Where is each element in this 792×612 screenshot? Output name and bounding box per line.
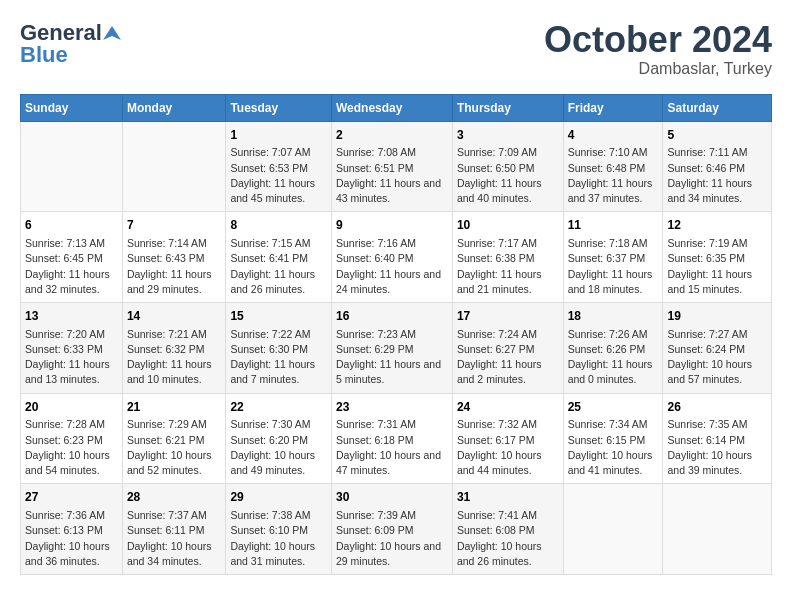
day-info: Sunrise: 7:09 AM Sunset: 6:50 PM Dayligh… xyxy=(457,145,559,206)
day-number: 1 xyxy=(230,127,327,144)
calendar-cell: 11Sunrise: 7:18 AM Sunset: 6:37 PM Dayli… xyxy=(563,212,663,303)
calendar-cell: 13Sunrise: 7:20 AM Sunset: 6:33 PM Dayli… xyxy=(21,302,123,393)
day-info: Sunrise: 7:20 AM Sunset: 6:33 PM Dayligh… xyxy=(25,327,118,388)
calendar-cell: 30Sunrise: 7:39 AM Sunset: 6:09 PM Dayli… xyxy=(331,484,452,575)
calendar-cell: 21Sunrise: 7:29 AM Sunset: 6:21 PM Dayli… xyxy=(122,393,226,484)
day-number: 8 xyxy=(230,217,327,234)
day-info: Sunrise: 7:32 AM Sunset: 6:17 PM Dayligh… xyxy=(457,417,559,478)
calendar-cell: 28Sunrise: 7:37 AM Sunset: 6:11 PM Dayli… xyxy=(122,484,226,575)
calendar-cell: 25Sunrise: 7:34 AM Sunset: 6:15 PM Dayli… xyxy=(563,393,663,484)
day-number: 21 xyxy=(127,399,222,416)
day-number: 19 xyxy=(667,308,767,325)
weekday-header: Wednesday xyxy=(331,94,452,121)
day-info: Sunrise: 7:27 AM Sunset: 6:24 PM Dayligh… xyxy=(667,327,767,388)
calendar-week-row: 6Sunrise: 7:13 AM Sunset: 6:45 PM Daylig… xyxy=(21,212,772,303)
calendar-cell: 27Sunrise: 7:36 AM Sunset: 6:13 PM Dayli… xyxy=(21,484,123,575)
day-number: 18 xyxy=(568,308,659,325)
day-info: Sunrise: 7:38 AM Sunset: 6:10 PM Dayligh… xyxy=(230,508,327,569)
calendar-cell: 31Sunrise: 7:41 AM Sunset: 6:08 PM Dayli… xyxy=(452,484,563,575)
day-number: 10 xyxy=(457,217,559,234)
calendar-cell: 17Sunrise: 7:24 AM Sunset: 6:27 PM Dayli… xyxy=(452,302,563,393)
day-info: Sunrise: 7:23 AM Sunset: 6:29 PM Dayligh… xyxy=(336,327,448,388)
logo-bird-icon xyxy=(103,24,121,42)
day-info: Sunrise: 7:28 AM Sunset: 6:23 PM Dayligh… xyxy=(25,417,118,478)
day-info: Sunrise: 7:08 AM Sunset: 6:51 PM Dayligh… xyxy=(336,145,448,206)
calendar-cell: 19Sunrise: 7:27 AM Sunset: 6:24 PM Dayli… xyxy=(663,302,772,393)
day-info: Sunrise: 7:22 AM Sunset: 6:30 PM Dayligh… xyxy=(230,327,327,388)
day-info: Sunrise: 7:29 AM Sunset: 6:21 PM Dayligh… xyxy=(127,417,222,478)
day-info: Sunrise: 7:11 AM Sunset: 6:46 PM Dayligh… xyxy=(667,145,767,206)
logo: General Blue xyxy=(20,20,121,68)
day-number: 30 xyxy=(336,489,448,506)
calendar-cell: 12Sunrise: 7:19 AM Sunset: 6:35 PM Dayli… xyxy=(663,212,772,303)
day-number: 22 xyxy=(230,399,327,416)
day-number: 31 xyxy=(457,489,559,506)
day-number: 29 xyxy=(230,489,327,506)
day-info: Sunrise: 7:18 AM Sunset: 6:37 PM Dayligh… xyxy=(568,236,659,297)
calendar-cell: 14Sunrise: 7:21 AM Sunset: 6:32 PM Dayli… xyxy=(122,302,226,393)
day-info: Sunrise: 7:31 AM Sunset: 6:18 PM Dayligh… xyxy=(336,417,448,478)
day-info: Sunrise: 7:19 AM Sunset: 6:35 PM Dayligh… xyxy=(667,236,767,297)
day-number: 4 xyxy=(568,127,659,144)
calendar-cell: 26Sunrise: 7:35 AM Sunset: 6:14 PM Dayli… xyxy=(663,393,772,484)
day-number: 28 xyxy=(127,489,222,506)
day-info: Sunrise: 7:30 AM Sunset: 6:20 PM Dayligh… xyxy=(230,417,327,478)
location-title: Dambaslar, Turkey xyxy=(544,60,772,78)
calendar-cell: 23Sunrise: 7:31 AM Sunset: 6:18 PM Dayli… xyxy=(331,393,452,484)
day-number: 14 xyxy=(127,308,222,325)
day-number: 3 xyxy=(457,127,559,144)
calendar-week-row: 1Sunrise: 7:07 AM Sunset: 6:53 PM Daylig… xyxy=(21,121,772,212)
day-info: Sunrise: 7:14 AM Sunset: 6:43 PM Dayligh… xyxy=(127,236,222,297)
calendar-cell: 16Sunrise: 7:23 AM Sunset: 6:29 PM Dayli… xyxy=(331,302,452,393)
day-number: 15 xyxy=(230,308,327,325)
day-info: Sunrise: 7:36 AM Sunset: 6:13 PM Dayligh… xyxy=(25,508,118,569)
logo-blue: Blue xyxy=(20,42,68,68)
day-number: 6 xyxy=(25,217,118,234)
weekday-header: Thursday xyxy=(452,94,563,121)
title-block: October 2024 Dambaslar, Turkey xyxy=(544,20,772,78)
weekday-header: Saturday xyxy=(663,94,772,121)
day-number: 26 xyxy=(667,399,767,416)
day-info: Sunrise: 7:41 AM Sunset: 6:08 PM Dayligh… xyxy=(457,508,559,569)
weekday-header: Tuesday xyxy=(226,94,332,121)
weekday-header: Sunday xyxy=(21,94,123,121)
calendar-cell: 18Sunrise: 7:26 AM Sunset: 6:26 PM Dayli… xyxy=(563,302,663,393)
day-info: Sunrise: 7:15 AM Sunset: 6:41 PM Dayligh… xyxy=(230,236,327,297)
calendar-cell xyxy=(563,484,663,575)
calendar-cell: 9Sunrise: 7:16 AM Sunset: 6:40 PM Daylig… xyxy=(331,212,452,303)
day-number: 27 xyxy=(25,489,118,506)
calendar-cell xyxy=(663,484,772,575)
svg-marker-0 xyxy=(103,26,121,40)
month-title: October 2024 xyxy=(544,20,772,60)
day-number: 23 xyxy=(336,399,448,416)
day-info: Sunrise: 7:24 AM Sunset: 6:27 PM Dayligh… xyxy=(457,327,559,388)
calendar-cell: 22Sunrise: 7:30 AM Sunset: 6:20 PM Dayli… xyxy=(226,393,332,484)
calendar-cell: 24Sunrise: 7:32 AM Sunset: 6:17 PM Dayli… xyxy=(452,393,563,484)
day-number: 20 xyxy=(25,399,118,416)
day-number: 17 xyxy=(457,308,559,325)
calendar-cell: 10Sunrise: 7:17 AM Sunset: 6:38 PM Dayli… xyxy=(452,212,563,303)
day-number: 7 xyxy=(127,217,222,234)
calendar-cell: 1Sunrise: 7:07 AM Sunset: 6:53 PM Daylig… xyxy=(226,121,332,212)
calendar-cell xyxy=(122,121,226,212)
calendar-table: SundayMondayTuesdayWednesdayThursdayFrid… xyxy=(20,94,772,575)
day-info: Sunrise: 7:16 AM Sunset: 6:40 PM Dayligh… xyxy=(336,236,448,297)
calendar-week-row: 27Sunrise: 7:36 AM Sunset: 6:13 PM Dayli… xyxy=(21,484,772,575)
calendar-cell: 29Sunrise: 7:38 AM Sunset: 6:10 PM Dayli… xyxy=(226,484,332,575)
day-number: 5 xyxy=(667,127,767,144)
day-info: Sunrise: 7:26 AM Sunset: 6:26 PM Dayligh… xyxy=(568,327,659,388)
day-number: 24 xyxy=(457,399,559,416)
calendar-header-row: SundayMondayTuesdayWednesdayThursdayFrid… xyxy=(21,94,772,121)
day-info: Sunrise: 7:17 AM Sunset: 6:38 PM Dayligh… xyxy=(457,236,559,297)
day-info: Sunrise: 7:35 AM Sunset: 6:14 PM Dayligh… xyxy=(667,417,767,478)
day-number: 12 xyxy=(667,217,767,234)
calendar-cell: 2Sunrise: 7:08 AM Sunset: 6:51 PM Daylig… xyxy=(331,121,452,212)
day-info: Sunrise: 7:39 AM Sunset: 6:09 PM Dayligh… xyxy=(336,508,448,569)
calendar-cell: 5Sunrise: 7:11 AM Sunset: 6:46 PM Daylig… xyxy=(663,121,772,212)
calendar-cell xyxy=(21,121,123,212)
calendar-cell: 7Sunrise: 7:14 AM Sunset: 6:43 PM Daylig… xyxy=(122,212,226,303)
calendar-cell: 15Sunrise: 7:22 AM Sunset: 6:30 PM Dayli… xyxy=(226,302,332,393)
calendar-cell: 20Sunrise: 7:28 AM Sunset: 6:23 PM Dayli… xyxy=(21,393,123,484)
day-number: 16 xyxy=(336,308,448,325)
calendar-week-row: 13Sunrise: 7:20 AM Sunset: 6:33 PM Dayli… xyxy=(21,302,772,393)
